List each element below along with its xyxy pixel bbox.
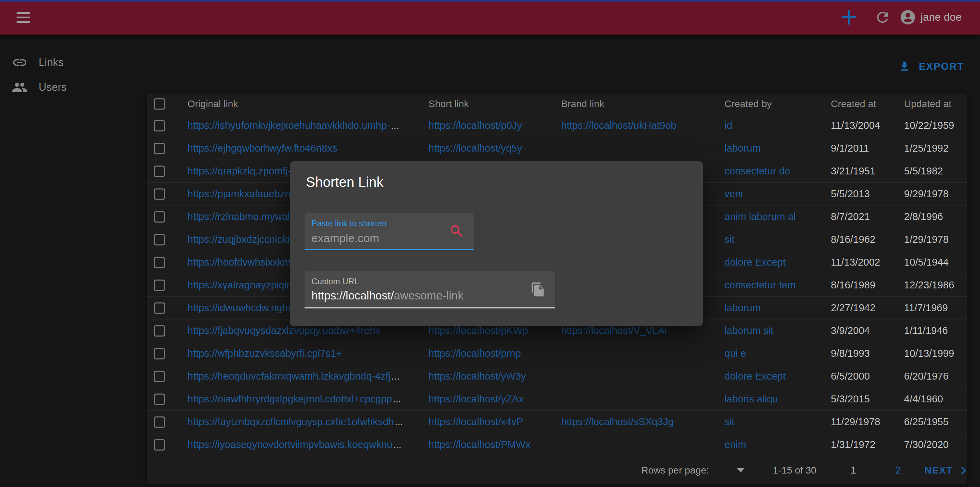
custom-url-suffix: awesome-link [394, 289, 463, 302]
paste-link-input[interactable] [312, 231, 443, 245]
row-checkbox[interactable] [154, 143, 165, 154]
cell-original[interactable]: https://wfphbzuzvkssabyrfi.cpl7s1+ [188, 342, 426, 365]
page-button-2[interactable]: 2 [891, 456, 906, 485]
add-link-button[interactable] [840, 0, 858, 35]
cell-created-by[interactable]: enim [724, 433, 828, 456]
cell-brand [561, 342, 720, 365]
cell-created-at: 8/16/1962 [831, 228, 903, 251]
cell-created-by[interactable]: laborum sit [724, 320, 828, 342]
cell-updated-at: 7/30/2020 [904, 433, 966, 456]
cell-brand[interactable]: https://localhost/sSXq3Jg [561, 411, 720, 433]
table-row: https://wfphbzuzvkssabyrfi.cpl7s1+https:… [147, 342, 967, 365]
row-checkbox[interactable] [154, 371, 165, 382]
next-page-button[interactable]: NEXT [924, 456, 968, 484]
cell-short[interactable]: https://localhost/yZAx [428, 388, 560, 410]
cell-created-by[interactable]: consectetur tem [724, 274, 828, 296]
cell-original[interactable]: https://faytznbqxzcflcmlvguysp.cxfie1ofw… [188, 411, 426, 433]
custom-url-field: Custom URL https://localhost/awesome-lin… [305, 271, 555, 309]
custom-url-value[interactable]: https://localhost/awesome-link [312, 289, 463, 302]
cell-short[interactable]: https://localhost/prnp [428, 342, 560, 365]
cell-created-by[interactable]: laborum [724, 137, 828, 159]
cell-updated-at: 4/4/1960 [904, 388, 966, 410]
cell-updated-at: 1/11/1946 [904, 320, 966, 342]
row-checkbox[interactable] [154, 393, 165, 405]
row-checkbox[interactable] [154, 439, 165, 450]
truncation-ellipsis: ... [395, 416, 403, 428]
row-checkbox[interactable] [154, 234, 165, 245]
cell-created-by[interactable]: dolore Except [724, 365, 828, 388]
account-button[interactable] [899, 0, 916, 35]
cell-short[interactable]: https://localhost/yW3y [428, 365, 560, 388]
cell-created-at: 11/29/1978 [831, 411, 903, 433]
pagination-bar: Rows per page: 1-15 of 30 12 NEXT [147, 456, 967, 484]
top-accent-strip [0, 0, 980, 2]
cell-created-by[interactable]: veni [724, 183, 828, 205]
cell-brand[interactable]: https://localhost/ukHat9ob [561, 114, 720, 137]
cell-brand [561, 388, 720, 410]
truncation-ellipsis: ... [391, 120, 399, 131]
rows-per-page-select[interactable] [734, 456, 748, 484]
row-checkbox[interactable] [154, 325, 165, 336]
sidebar-item-links[interactable]: Links [0, 51, 142, 73]
account-circle-icon [899, 9, 916, 26]
menu-icon[interactable] [17, 12, 30, 22]
cell-created-at: 9/1/2011 [831, 137, 903, 159]
cell-created-at: 3/9/2004 [831, 320, 903, 342]
paste-link-field: Paste link to shorten [305, 213, 474, 250]
copy-icon[interactable] [530, 282, 546, 297]
column-header-created-by: Created by [724, 94, 828, 114]
row-checkbox[interactable] [154, 120, 165, 131]
cell-created-by[interactable]: anim laborum al [724, 205, 828, 228]
cell-original[interactable]: https://ishyufornkvjkejxoehuhaavkkhdo.um… [188, 114, 426, 137]
cell-created-at: 1/31/1972 [831, 433, 903, 456]
user-name: jane doe [921, 0, 962, 35]
row-checkbox[interactable] [154, 211, 165, 223]
row-checkbox[interactable] [154, 348, 165, 359]
cell-original[interactable]: https://iyoaseqynovdortviimpvbawis.koeqw… [188, 433, 426, 456]
row-checkbox[interactable] [154, 302, 165, 314]
cell-short[interactable]: https://localhost/yq5y [428, 137, 560, 159]
cell-created-at: 9/8/1993 [831, 342, 903, 365]
cell-created-by[interactable]: dolore Except [724, 251, 828, 274]
cell-short[interactable]: https://localhost/p0Jy [428, 114, 560, 137]
cell-updated-at: 1/25/1992 [904, 137, 966, 159]
row-checkbox[interactable] [154, 256, 165, 268]
sidebar-item-users[interactable]: Users [0, 76, 142, 99]
row-checkbox[interactable] [154, 416, 165, 428]
cell-brand [561, 365, 720, 388]
cell-created-by[interactable]: qui e [724, 342, 828, 365]
cell-brand [561, 433, 720, 456]
cell-created-by[interactable]: id [724, 114, 828, 137]
row-checkbox[interactable] [154, 279, 165, 291]
cell-original[interactable]: https://ejhgqwborhwyfw.fto46n8xs [188, 137, 426, 159]
row-checkbox[interactable] [154, 166, 165, 177]
cell-updated-at: 10/13/1999 [904, 342, 966, 365]
modal-title: Shorten Link [306, 174, 383, 190]
cell-created-by[interactable]: laboris aliqu [724, 388, 828, 410]
search-icon[interactable] [449, 223, 465, 239]
cell-updated-at: 6/25/1955 [904, 411, 966, 433]
cell-updated-at: 11/7/1969 [904, 297, 966, 319]
cell-short[interactable]: https://localhost/x4vP [428, 411, 560, 433]
column-header-updated-at: Updated at [904, 94, 966, 114]
page-button-1[interactable]: 1 [846, 456, 861, 485]
cell-created-by[interactable]: sit [724, 228, 828, 251]
cell-original[interactable]: https://oiawfhhryrdgxlpgkejmol.cdottxl+c… [188, 388, 426, 410]
cell-original[interactable]: https://heoqduvcfakrrxqwamh.lzkavgbndq-4… [188, 365, 426, 388]
link-icon [12, 54, 28, 70]
table-row: https://heoqduvcfakrrxqwamh.lzkavgbndq-4… [147, 365, 967, 388]
cell-brand [561, 137, 720, 159]
table-header-row: Original link Short link Brand link Crea… [147, 94, 967, 114]
cell-created-by[interactable]: sit [724, 411, 828, 433]
export-button[interactable]: EXPORT [898, 55, 964, 77]
cell-created-by[interactable]: consectetur do [724, 160, 828, 182]
cell-created-at: 11/13/2004 [831, 114, 903, 137]
cell-created-at: 2/27/1942 [831, 297, 903, 319]
refresh-button[interactable] [874, 0, 891, 35]
cell-short[interactable]: https://localhost/PMWx [428, 433, 560, 456]
cell-created-by[interactable]: laborum [724, 297, 828, 319]
select-all-checkbox[interactable] [154, 98, 165, 110]
users-icon [12, 80, 28, 95]
row-checkbox[interactable] [154, 188, 165, 200]
chevron-down-icon [737, 468, 745, 473]
